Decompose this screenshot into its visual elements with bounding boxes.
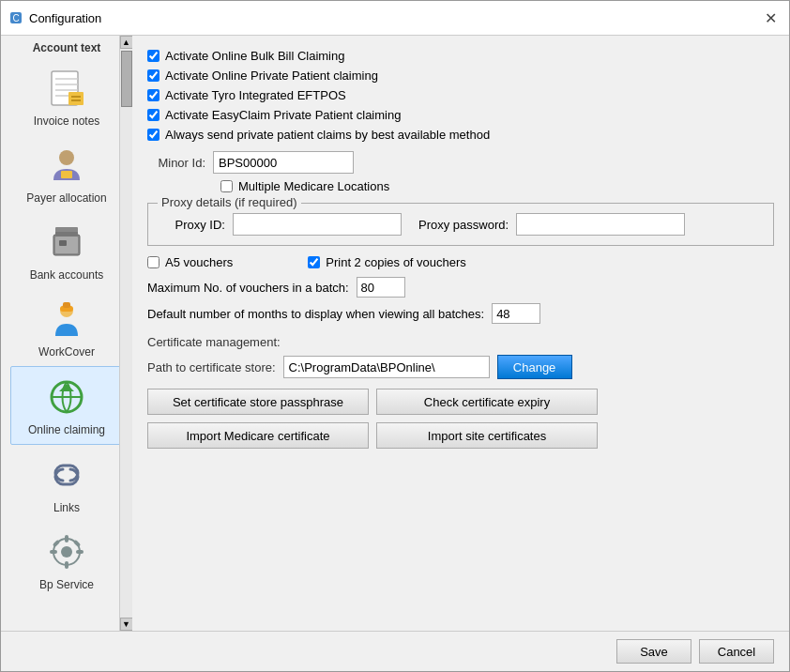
svg-rect-27 [76,550,84,554]
titlebar-icon: C [8,10,23,25]
configuration-window: C Configuration ✕ Account text [0,0,790,672]
minor-id-label: Minor Id: [147,156,213,170]
scrollbar-up-arrow[interactable]: ▲ [120,36,133,49]
multiple-medicare-row: Multiple Medicare Locations [220,179,774,193]
minor-id-row: Minor Id: [147,151,774,174]
change-button[interactable]: Change [497,355,572,379]
sidebar-item-links[interactable]: Links [10,445,123,522]
a5-vouchers-checkbox[interactable] [147,256,160,268]
sidebar-item-bank-accounts[interactable]: Bank accounts [10,212,123,289]
sidebar-item-online-claiming[interactable]: Online claiming [10,366,123,445]
activate-online-private-checkbox[interactable] [147,69,160,82]
sidebar-item-bank-accounts-label: Bank accounts [30,268,104,282]
window-title: Configuration [29,11,759,25]
svg-rect-25 [65,561,68,569]
default-months-row: Default number of months to display when… [147,303,774,324]
cert-path-row: Path to certificate store: Change [147,355,774,379]
main-panel: Activate Online Bulk Bill Claiming Activ… [132,36,789,631]
proxy-id-input[interactable] [233,213,402,236]
print2-vouchers-checkbox[interactable] [308,256,320,268]
proxy-password-label: Proxy password: [418,218,509,232]
activate-online-private-label: Activate Online Private Patient claiming [165,69,378,83]
proxy-legend: Proxy details (if required) [158,195,301,209]
svg-rect-16 [55,227,78,232]
svg-rect-19 [63,302,70,308]
svg-point-10 [59,150,74,165]
checkbox-row-3: Activate EasyClaim Private Patient claim… [147,108,774,122]
checkbox-row-1: Activate Online Private Patient claiming [147,69,774,83]
sidebar-item-bp-service[interactable]: Bp Service [10,522,123,599]
max-vouchers-row: Maximum No. of vouchers in a batch: [147,277,774,298]
proxy-row: Proxy ID: Proxy password: [160,213,762,236]
print2-vouchers-label: Print 2 copies of vouchers [326,255,466,269]
certificate-section-label: Certificate management: [147,335,774,349]
sidebar-item-workcover[interactable]: WorkCover [10,289,123,366]
proxy-id-label: Proxy ID: [160,218,225,232]
online-claiming-icon [44,374,89,420]
a5-vouchers-row: A5 vouchers [147,255,233,269]
checkbox-row-4: Always send private patient claims by be… [147,128,774,142]
checkbox-row-2: Activate Tyro Integrated EFTPOS [147,88,774,102]
titlebar: C Configuration ✕ [1,1,789,36]
bottom-bar: Save Cancel [1,631,789,671]
multiple-medicare-checkbox[interactable] [220,180,233,192]
scrollbar-down-arrow[interactable]: ▼ [120,618,133,631]
sidebar-item-payer-allocation-label: Payer allocation [26,191,106,205]
default-months-label: Default number of months to display when… [147,307,484,321]
minor-id-input[interactable] [213,151,354,174]
close-button[interactable]: ✕ [759,7,782,29]
activate-online-bulk-checkbox[interactable] [147,50,160,62]
svg-rect-11 [61,171,72,178]
bank-accounts-icon [44,220,89,265]
proxy-group-box: Proxy details (if required) Proxy ID: Pr… [147,203,774,246]
activate-tyro-checkbox[interactable] [147,89,160,101]
multiple-medicare-label: Multiple Medicare Locations [238,179,389,193]
svg-rect-26 [50,550,57,554]
import-site-button[interactable]: Import site certificates [376,422,598,449]
minor-id-section: Minor Id: Multiple Medicare Locations [147,151,774,193]
check-expiry-button[interactable]: Check certificate expiry [376,389,598,415]
vouchers-row: A5 vouchers Print 2 copies of vouchers [147,255,774,269]
always-send-private-checkbox[interactable] [147,129,160,141]
sidebar-scrollbar: ▲ ▼ [119,36,132,631]
save-button[interactable]: Save [616,639,691,664]
sidebar-item-bp-service-label: Bp Service [39,578,94,591]
checkbox-row-0: Activate Online Bulk Bill Claiming [147,49,774,63]
sidebar-item-links-label: Links [53,501,80,514]
always-send-private-label: Always send private patient claims by be… [165,128,490,142]
cert-path-label: Path to certificate store: [147,360,276,374]
activate-tyro-label: Activate Tyro Integrated EFTPOS [165,88,346,102]
print2-vouchers-row: Print 2 copies of vouchers [308,255,466,269]
proxy-password-input[interactable] [516,213,685,236]
max-vouchers-input[interactable] [357,277,405,298]
activate-easyclaim-checkbox[interactable] [147,109,160,121]
invoice-notes-icon [44,66,89,111]
content-area: Account text [1,36,789,631]
vouchers-section: A5 vouchers Print 2 copies of vouchers M… [147,255,774,324]
payer-allocation-icon [44,143,89,188]
cert-path-input[interactable] [283,356,490,378]
certificate-section: Certificate management: Path to certific… [147,335,774,449]
svg-text:C: C [12,13,19,23]
cancel-button[interactable]: Cancel [699,639,774,664]
a5-vouchers-label: A5 vouchers [165,255,233,269]
sidebar-header: Account text [1,36,132,58]
sidebar-item-workcover-label: WorkCover [38,345,95,359]
svg-rect-7 [68,92,84,105]
default-months-input[interactable] [492,303,540,324]
sidebar-item-online-claiming-label: Online claiming [28,423,105,436]
set-passphrase-button[interactable]: Set certificate store passphrase [147,389,369,415]
sidebar: Account text [1,36,132,631]
scrollbar-thumb[interactable] [121,51,132,107]
checkboxes-section: Activate Online Bulk Bill Claiming Activ… [147,49,774,142]
cert-buttons: Set certificate store passphrase Check c… [147,389,598,449]
sidebar-item-invoice-notes[interactable]: Invoice notes [10,58,123,135]
import-medicare-button[interactable]: Import Medicare certificate [147,422,369,449]
max-vouchers-label: Maximum No. of vouchers in a batch: [147,281,349,295]
activate-easyclaim-label: Activate EasyClaim Private Patient claim… [165,108,401,122]
activate-online-bulk-label: Activate Online Bulk Bill Claiming [165,49,344,63]
sidebar-item-invoice-notes-label: Invoice notes [34,115,100,128]
svg-point-23 [61,546,72,557]
sidebar-item-payer-allocation[interactable]: Payer allocation [10,135,123,212]
svg-rect-24 [65,535,68,542]
